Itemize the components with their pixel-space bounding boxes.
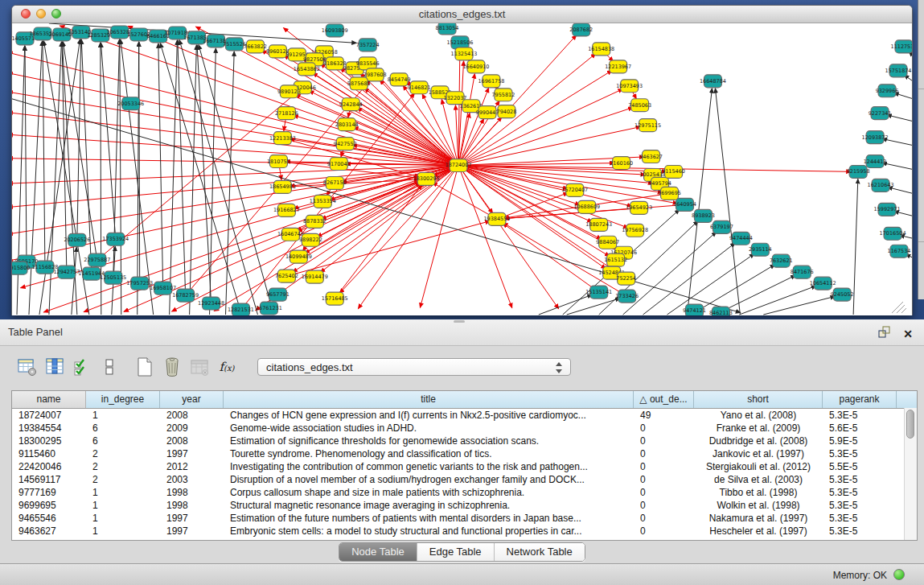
column-header-year[interactable]: year <box>160 391 224 408</box>
column-header-out_degree[interactable]: △ out_de... <box>634 391 694 408</box>
network-node[interactable]: 7485063 <box>628 99 651 112</box>
network-node[interactable]: 2803144 <box>335 118 359 131</box>
network-node[interactable]: 9242844 <box>339 98 363 111</box>
network-node[interactable]: 8267150 <box>323 176 347 189</box>
network-window[interactable]: citations_edges.txt 14055714186535142069… <box>11 5 913 315</box>
network-node[interactable]: 7955812 <box>491 89 515 101</box>
table-row[interactable]: 969969511998Structural magnetic resonanc… <box>12 499 917 512</box>
close-icon[interactable]: ✕ <box>903 328 913 340</box>
network-node[interactable]: 7625402 <box>275 270 298 282</box>
delete-table-icon[interactable] <box>161 356 183 378</box>
network-node[interactable]: 5875685 <box>347 77 371 90</box>
network-node[interactable]: 8215958 <box>847 166 870 179</box>
table-row[interactable]: 1830029562008Estimation of significance … <box>12 435 917 447</box>
function-builder-icon[interactable]: f(x) <box>216 356 238 378</box>
network-node[interactable]: 7515526 <box>223 38 246 51</box>
network-node[interactable]: 9474121 <box>683 304 706 315</box>
network-node[interactable]: 9245052 <box>831 288 854 301</box>
show-columns-icon[interactable] <box>43 356 66 378</box>
table-cell-title: Embryonic stem cells: a model to study s… <box>224 525 634 538</box>
network-node[interactable]: 752254 <box>616 272 636 285</box>
split-pane-handle[interactable] <box>454 320 465 323</box>
select-columns-icon[interactable] <box>71 356 93 378</box>
network-node[interactable]: 9115460 <box>662 166 685 179</box>
scrollbar-thumb[interactable] <box>906 410 914 439</box>
network-node[interactable]: 8462113 <box>709 307 733 315</box>
network-node[interactable]: 1733426 <box>615 290 639 303</box>
secondary-window-edge[interactable] <box>918 0 924 299</box>
network-node[interactable]: 6379197 <box>710 220 733 233</box>
network-node[interactable]: 9463627 <box>639 150 663 163</box>
table-row[interactable]: 946362711997Embryonic stem cells: a mode… <box>12 525 917 538</box>
table-row[interactable]: 1872400712008Changes of HCN gene express… <box>12 409 917 422</box>
column-header-short[interactable]: short <box>694 391 823 408</box>
table-settings-icon[interactable] <box>16 356 39 378</box>
network-node[interactable]: 9898222 <box>299 233 322 246</box>
svg-text:1640954: 1640954 <box>673 201 696 208</box>
minimize-window-button[interactable] <box>36 9 46 19</box>
table-cell-year: 2003 <box>160 473 224 486</box>
float-window-icon[interactable] <box>878 326 890 341</box>
network-node[interactable]: 9427552 <box>334 138 357 150</box>
tab-edge-table[interactable]: Edge Table <box>417 543 495 561</box>
svg-text:15135141: 15135141 <box>585 289 612 295</box>
network-node[interactable]: 9474444 <box>729 232 753 245</box>
zoom-window-button[interactable] <box>51 9 61 19</box>
window-titlebar[interactable]: citations_edges.txt <box>12 6 912 23</box>
table-cell-name: 14569117 <box>12 473 86 486</box>
network-node[interactable]: 7357224 <box>356 39 380 51</box>
network-node[interactable]: 8813054 <box>436 23 459 35</box>
column-header-title[interactable]: title <box>224 391 634 408</box>
network-node[interactable]: 9990443 <box>476 106 499 119</box>
column-header-in_degree[interactable]: in_degree <box>86 391 160 408</box>
network-node[interactable]: 9890123 <box>277 85 301 98</box>
row-height-icon[interactable] <box>98 356 121 378</box>
table-row[interactable]: 1938455462009Genome-wide association stu… <box>12 422 917 435</box>
network-node[interactable]: 1640954 <box>673 198 696 211</box>
network-node[interactable]: 8938923 <box>692 209 715 222</box>
table-row[interactable]: 946554611997Estimation of the future num… <box>12 512 917 525</box>
svg-text:9495794: 9495794 <box>648 180 671 187</box>
tab-network-table[interactable]: Network Table <box>495 543 585 561</box>
new-table-icon[interactable] <box>133 356 156 378</box>
network-node[interactable]: 9146821 <box>408 81 431 94</box>
network-node[interactable]: 7632621 <box>770 254 793 267</box>
network-node[interactable]: 9884067 <box>596 236 619 249</box>
vertical-scrollbar[interactable] <box>904 408 917 541</box>
network-node[interactable]: 794028 <box>497 105 517 118</box>
table-cell-title: Corpus callosum shape and size in male p… <box>224 486 634 499</box>
network-node[interactable]: 2160160 <box>610 157 633 170</box>
table-row[interactable]: 977716911998Corpus callosum shape and si… <box>12 486 917 499</box>
table-cell-in_degree: 1 <box>86 525 160 538</box>
table-header-row: namein_degreeyeartitle△ out_de...shortpa… <box>12 391 917 409</box>
svg-text:19756928: 19756928 <box>622 227 648 233</box>
column-header-pagerank[interactable]: pagerank <box>823 391 897 408</box>
table-row[interactable]: 2242004622012Investigating the contribut… <box>12 460 917 473</box>
table-cell-short: Tibbo et al. (1998) <box>694 486 823 499</box>
network-node[interactable]: 9699695 <box>658 187 681 200</box>
network-node[interactable]: 9915800 <box>12 262 30 274</box>
table-selector-dropdown[interactable]: citations_edges.txt <box>257 358 571 376</box>
table-row[interactable]: 911546021997Tourette syndrome. Phenomeno… <box>12 447 917 460</box>
column-header-name[interactable]: name <box>12 391 86 408</box>
tab-node-table[interactable]: Node Table <box>339 543 417 561</box>
network-node[interactable]: 1167534 <box>888 245 911 257</box>
network-node[interactable]: 1615132 <box>604 253 627 266</box>
network-node[interactable]: 9657791 <box>266 288 290 301</box>
network-node[interactable]: 9170041 <box>327 158 351 171</box>
close-window-button[interactable] <box>21 9 31 19</box>
network-node[interactable]: 2935114 <box>749 243 772 256</box>
network-node[interactable]: 2087682 <box>569 23 593 36</box>
network-canvas[interactable]: 1405571418653514206914062053140712853295… <box>12 23 912 315</box>
table-row[interactable]: 1456911722003Disruption of a novel membe… <box>12 473 917 486</box>
table-cell-in_degree: 2 <box>86 460 160 473</box>
table-cell-year: 2009 <box>160 422 224 435</box>
network-node[interactable]: 1244413 <box>864 155 887 168</box>
network-node[interactable]: 7663822 <box>244 40 267 53</box>
network-node[interactable]: 8471676 <box>791 266 814 278</box>
network-node[interactable]: 1810755 <box>267 155 290 168</box>
network-node[interactable]: 8878332 <box>303 215 326 228</box>
network-node[interactable]: 9329966 <box>876 84 899 97</box>
network-node[interactable]: 9227341 <box>869 107 892 120</box>
network-node[interactable]: 2718126 <box>275 107 298 120</box>
